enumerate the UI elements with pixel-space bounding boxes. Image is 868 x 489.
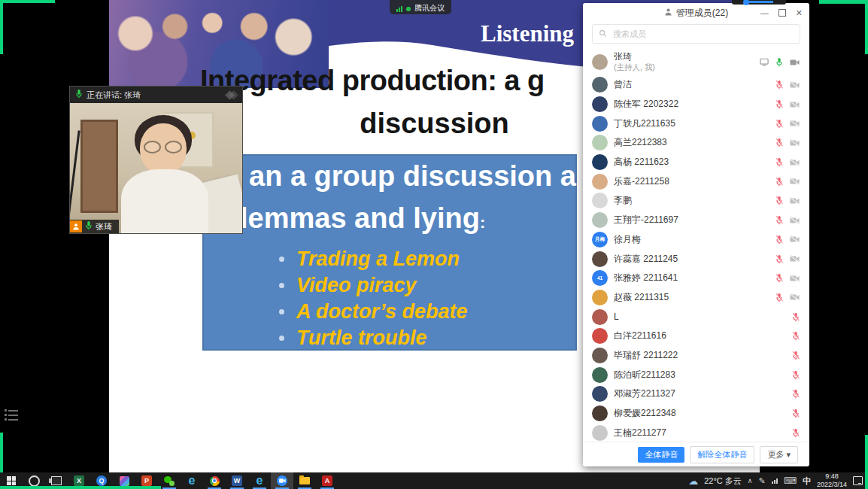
- meeting-status-pill[interactable]: 腾讯会议: [390, 0, 451, 14]
- mic-muted-icon[interactable]: [792, 370, 800, 380]
- word-icon[interactable]: W: [226, 472, 248, 489]
- member-row[interactable]: 41张雅婷 2211641: [583, 269, 809, 288]
- member-row[interactable]: 李鹏: [583, 191, 809, 211]
- member-row[interactable]: 陈泊昕2211283: [583, 365, 809, 384]
- ie-icon-2[interactable]: e: [248, 472, 271, 489]
- mic-muted-icon[interactable]: [775, 138, 783, 147]
- mic-muted-icon[interactable]: [775, 80, 783, 90]
- video-window-titlebar[interactable]: 正在讲话: 张琦: [70, 87, 242, 103]
- slider-handle[interactable]: [743, 0, 749, 5]
- glasses-right-shape: [165, 141, 182, 153]
- mic-muted-icon[interactable]: [775, 215, 783, 225]
- maximize-button[interactable]: [778, 9, 786, 17]
- file-explorer-icon[interactable]: [293, 472, 316, 489]
- speaker-video-window[interactable]: 正在讲话: 张琦 张琦: [70, 87, 242, 233]
- mic-muted-icon[interactable]: [792, 312, 800, 322]
- member-avatar: [592, 309, 608, 325]
- slide-header-label: Listening: [481, 20, 574, 47]
- topic-bullet-list: Trading a LemonVideo piracyA doctor’s de…: [279, 246, 468, 351]
- member-row[interactable]: 白洋2211616: [583, 327, 809, 346]
- wechat-icon[interactable]: [158, 472, 181, 489]
- camera-off-icon[interactable]: [790, 293, 800, 301]
- camera-off-icon[interactable]: [790, 255, 800, 263]
- unmute-all-button[interactable]: 解除全体静音: [690, 446, 754, 463]
- mic-muted-icon[interactable]: [775, 293, 783, 302]
- member-row[interactable]: 高杨 2211623: [583, 153, 809, 172]
- hidden-icons-chevron[interactable]: ∧: [748, 477, 753, 484]
- camera-off-icon[interactable]: [790, 81, 800, 89]
- pen-tray-icon[interactable]: ✎: [758, 476, 765, 486]
- mic-muted-icon[interactable]: [792, 409, 800, 418]
- member-avatar: [592, 328, 608, 344]
- member-row[interactable]: 陈佳军 2202322: [583, 95, 809, 114]
- weather-cloud-icon[interactable]: ☁: [688, 476, 698, 486]
- member-row[interactable]: 高兰2212383: [583, 133, 809, 153]
- member-row[interactable]: 张琦(主持人, 我): [583, 49, 809, 75]
- more-button[interactable]: 更多 ▾: [760, 446, 798, 463]
- member-row[interactable]: 许蕊嘉 2211245: [583, 249, 809, 269]
- member-row[interactable]: 王楠2211277: [583, 423, 809, 442]
- member-row[interactable]: 柳爱媛2212348: [583, 404, 809, 424]
- camera-off-icon[interactable]: [790, 159, 800, 166]
- member-row[interactable]: 赵薇 2211315: [583, 288, 809, 308]
- mic-muted-icon[interactable]: [775, 157, 783, 167]
- member-row[interactable]: 曾洁: [583, 75, 809, 95]
- camera-off-icon[interactable]: [790, 139, 800, 147]
- ie-icon[interactable]: e: [181, 472, 203, 489]
- bullet-dot: [279, 336, 284, 341]
- door-shape: [80, 120, 118, 213]
- camera-off-icon[interactable]: [790, 120, 800, 127]
- member-row[interactable]: L: [583, 307, 809, 327]
- mic-muted-icon[interactable]: [792, 389, 800, 399]
- camera-off-icon[interactable]: [790, 275, 800, 282]
- member-row[interactable]: 邓淑芳2211327: [583, 384, 809, 404]
- box-text-line1: an a group discussion a: [249, 160, 576, 193]
- member-row[interactable]: 月梅徐月梅: [583, 230, 809, 250]
- mic-muted-icon[interactable]: [775, 119, 783, 129]
- member-search-box[interactable]: [592, 24, 800, 44]
- mic-muted-icon[interactable]: [792, 428, 800, 438]
- panel-titlebar[interactable]: 管理成员(22) — ✕: [583, 3, 809, 23]
- mic-muted-icon[interactable]: [775, 273, 783, 283]
- mic-on-icon[interactable]: [775, 57, 783, 67]
- network-tray-icon[interactable]: [772, 478, 778, 484]
- member-row[interactable]: 毕瑞舒 2211222: [583, 346, 809, 366]
- close-button[interactable]: ✕: [796, 8, 803, 18]
- screen-share-icon[interactable]: [760, 58, 769, 66]
- camera-off-icon[interactable]: [790, 235, 800, 243]
- camera-on-icon[interactable]: [790, 59, 800, 66]
- member-avatar: [592, 386, 608, 402]
- volume-slider[interactable]: [732, 0, 786, 5]
- minimize-button[interactable]: —: [760, 8, 769, 17]
- member-row[interactable]: 乐嘉-2211258: [583, 172, 809, 191]
- camera-off-icon[interactable]: [790, 178, 800, 185]
- mic-muted-icon[interactable]: [775, 235, 783, 244]
- member-role-icon: [70, 220, 82, 232]
- clock[interactable]: 9:48 2022/3/14: [817, 472, 847, 489]
- acrobat-icon[interactable]: A: [316, 472, 338, 489]
- camera-off-icon[interactable]: [790, 217, 800, 224]
- action-center-icon[interactable]: [853, 476, 863, 485]
- mic-muted-icon[interactable]: [775, 254, 783, 264]
- mute-all-button[interactable]: 全体静音: [638, 447, 684, 463]
- member-name: 赵薇 2211315: [614, 292, 669, 303]
- mic-muted-icon[interactable]: [775, 196, 783, 205]
- tencent-meeting-icon[interactable]: [271, 472, 293, 489]
- camera-off-icon[interactable]: [790, 197, 800, 205]
- member-avatar: [592, 251, 608, 267]
- mic-muted-icon[interactable]: [792, 351, 800, 360]
- ime-indicator[interactable]: 中: [803, 475, 811, 487]
- keyboard-tray-icon[interactable]: ⌨: [784, 475, 797, 486]
- badge-mic-icon: [85, 220, 93, 233]
- bullet-text: Video piracy: [296, 274, 417, 297]
- mic-muted-icon[interactable]: [792, 331, 800, 341]
- search-input[interactable]: [612, 29, 794, 39]
- chrome-icon[interactable]: [203, 472, 226, 489]
- camera-off-icon[interactable]: [790, 101, 800, 108]
- member-row[interactable]: 丁轶凡2211635: [583, 114, 809, 133]
- weather-text[interactable]: 22°C 多云: [704, 475, 742, 487]
- speaking-mic-icon: [75, 88, 83, 102]
- member-row[interactable]: 王翔宇-2211697: [583, 211, 809, 230]
- mic-muted-icon[interactable]: [775, 177, 783, 187]
- mic-muted-icon[interactable]: [775, 99, 783, 109]
